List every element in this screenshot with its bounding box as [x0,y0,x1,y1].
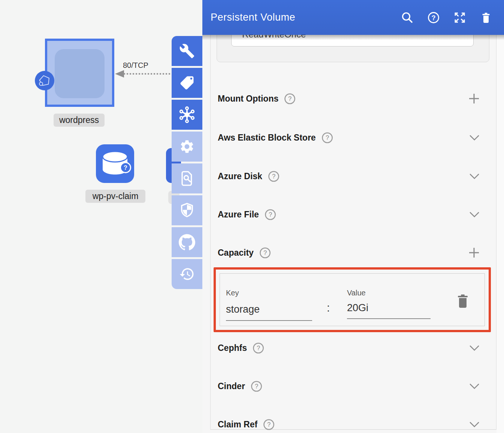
section-title: Capacity [218,248,254,258]
question-badge-glyph: ? [124,165,127,171]
section-capacity[interactable]: Capacity ? [218,246,480,259]
tag-icon [179,75,195,91]
github-icon [179,234,195,250]
section-azure-disk[interactable]: Azure Disk ? [218,169,480,183]
section-aws-elastic-block-store[interactable]: Aws Elastic Block Store ? [218,131,480,144]
search-icon[interactable] [401,11,414,24]
diagram-canvas[interactable]: wordpress 80/TCP ? wp-pv-claim [0,0,202,433]
add-icon[interactable] [468,247,480,259]
persistent-volume-panel: ReadWriteOnce Persistent Volume ? [202,0,504,433]
section-title: Azure File [218,210,259,220]
help-icon[interactable]: ? [265,209,276,220]
section-azure-file[interactable]: Azure File ? [218,208,480,221]
edge-arrowhead-icon [115,70,124,78]
database-icon: ? [96,144,134,183]
svg-text:?: ? [288,95,292,102]
help-icon[interactable]: ? [284,93,296,105]
section-title: Azure Disk [218,171,262,181]
chevron-down-icon[interactable] [469,383,480,390]
toolbar-button-github[interactable] [172,227,202,257]
node-label-wp-pv-claim: wp-pv-claim [85,190,145,203]
svg-text:?: ? [326,134,329,141]
section-title: Cinder [218,381,245,391]
help-glyph: ? [432,14,436,21]
chevron-down-icon[interactable] [469,211,480,218]
section-title: Cephfs [218,343,247,353]
help-icon[interactable]: ? [259,247,271,259]
node-wordpress-inner [55,49,105,98]
delete-entry-icon[interactable] [457,294,469,309]
hub-icon [178,106,196,123]
header-shadow [202,35,504,40]
capacity-key-value-row: Key storage : Value 20Gi [220,273,485,326]
section-title: Aws Elastic Block Store [218,133,316,143]
help-icon[interactable]: ? [263,419,275,430]
chevron-down-icon[interactable] [469,421,480,428]
toolbar-button-history[interactable] [172,259,202,289]
chevron-down-icon[interactable] [469,345,480,352]
value-input[interactable]: 20Gi [347,302,368,314]
value-input-underline [347,318,431,319]
toolbar-button-properties[interactable] [172,36,202,66]
help-icon[interactable]: ? [251,381,262,392]
key-input[interactable]: storage [226,304,260,315]
section-title: Mount Options [218,94,278,104]
section-cinder[interactable]: Cinder ? [218,379,480,393]
gear-icon [179,139,195,154]
shield-icon [179,202,195,219]
help-icon[interactable]: ? [322,132,333,144]
key-label: Key [226,289,239,297]
chevron-down-icon[interactable] [469,135,480,141]
help-icon[interactable]: ? [427,11,440,24]
svg-text:?: ? [257,345,260,351]
section-title: Claim Ref [218,420,257,430]
document-search-icon [179,170,195,187]
key-value-separator: : [327,301,330,314]
pod-badge-icon [35,71,54,90]
panel-title: Persistent Volume [211,12,401,23]
svg-text:?: ? [269,211,272,218]
toolbar-button-settings[interactable] [172,132,202,162]
toolbar-button-security[interactable] [172,195,202,225]
svg-text:?: ? [272,173,275,180]
node-label-wordpress: wordpress [54,114,105,127]
delete-icon[interactable] [479,11,493,24]
edge-port-line [124,73,171,75]
wrench-icon [179,43,195,59]
section-cephfs[interactable]: Cephfs ? [218,341,480,355]
add-icon[interactable] [468,93,480,105]
expand-icon[interactable] [453,11,467,24]
edge-port-label: 80/TCP [123,61,148,70]
panel-scroll-gutter [497,0,504,433]
history-icon [179,266,195,282]
section-claim-ref[interactable]: Claim Ref ? [218,418,480,431]
svg-text:?: ? [267,421,271,428]
svg-text:?: ? [255,383,258,390]
diagram-toolbar [172,36,202,291]
key-input-underline [226,320,312,321]
toolbar-button-search-docs[interactable] [172,163,202,193]
svg-text:?: ? [263,249,267,256]
chevron-down-icon[interactable] [469,173,480,180]
help-icon[interactable]: ? [268,171,280,182]
section-mount-options[interactable]: Mount Options ? [218,92,480,105]
node-wp-pv-claim[interactable]: ? [96,144,134,183]
help-icon[interactable]: ? [253,342,264,354]
toolbar-button-labels[interactable] [172,68,202,98]
capacity-entry-highlight: Key storage : Value 20Gi [214,267,491,332]
value-label: Value [347,289,366,297]
node-wordpress[interactable] [45,39,114,107]
panel-header: Persistent Volume ? [202,0,504,35]
toolbar-button-hub[interactable] [172,100,202,130]
